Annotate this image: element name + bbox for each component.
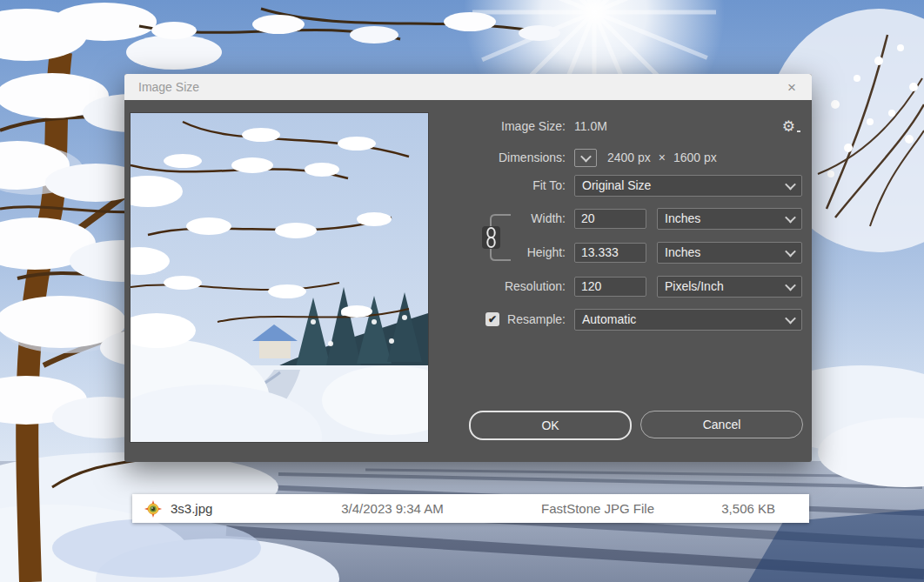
resample-dropdown[interactable]: Automatic — [574, 309, 802, 331]
screen: Image Size × — [0, 0, 924, 582]
gear-icon: ⚙ — [782, 119, 795, 134]
preview-image — [131, 113, 428, 442]
resolution-unit-dropdown[interactable]: Pixels/Inch — [657, 276, 802, 298]
height-unit-value: Inches — [665, 245, 700, 259]
close-icon[interactable]: × — [782, 78, 801, 97]
dimensions-height: 1600 px — [673, 151, 717, 164]
faststone-file-icon — [144, 499, 163, 518]
dimensions-unit-dropdown[interactable] — [574, 149, 597, 167]
chevron-down-icon — [785, 178, 796, 190]
chevron-down-icon — [785, 245, 796, 257]
resample-label-group: ✔ Resample: — [472, 312, 566, 326]
image-size-label: Image Size: — [472, 119, 566, 133]
file-date: 3/4/2023 9:34 AM — [341, 494, 444, 523]
width-row: Width: Inches — [472, 208, 802, 229]
width-input[interactable] — [574, 209, 646, 229]
dimensions-width: 2400 px — [607, 151, 651, 164]
resolution-row: Resolution: Pixels/Inch — [472, 276, 802, 297]
dialog-titlebar[interactable]: Image Size × — [124, 74, 812, 100]
gear-menu-dot — [797, 130, 800, 132]
file-name: 3s3.jpg — [171, 494, 212, 523]
width-unit-dropdown[interactable]: Inches — [657, 208, 802, 230]
chevron-down-icon — [580, 151, 592, 162]
resolution-input[interactable] — [574, 277, 646, 297]
height-unit-dropdown[interactable]: Inches — [657, 242, 802, 264]
gear-menu-button[interactable]: ⚙ — [782, 119, 800, 134]
width-unit-value: Inches — [665, 211, 700, 225]
resolution-label: Resolution: — [472, 279, 566, 293]
height-row: Height: Inches — [472, 242, 802, 263]
multiply-sign: × — [659, 151, 666, 164]
resample-row: ✔ Resample: Automatic — [472, 309, 802, 330]
checkmark-icon: ✔ — [488, 314, 497, 324]
cancel-button[interactable]: Cancel — [640, 411, 803, 438]
resample-label: Resample: — [507, 312, 566, 326]
link-bracket — [479, 211, 512, 264]
file-size: 3,506 KB — [721, 494, 775, 523]
fit-to-value: Original Size — [582, 178, 651, 192]
file-list-row[interactable]: 3s3.jpg 3/4/2023 9:34 AM FastStone JPG F… — [132, 494, 809, 523]
fit-to-label: Fit To: — [472, 178, 566, 192]
resample-checkbox[interactable]: ✔ — [485, 312, 499, 326]
image-size-dialog: Image Size × — [124, 74, 812, 462]
chevron-down-icon — [785, 279, 796, 291]
image-size-value: 11.0M — [574, 119, 607, 133]
preview-scene — [131, 113, 428, 442]
image-size-row: Image Size: 11.0M ⚙ — [472, 116, 800, 137]
constrain-proportions-toggle[interactable] — [479, 211, 512, 264]
chevron-down-icon — [785, 211, 796, 223]
dimensions-row: Dimensions: 2400 px × 1600 px — [472, 147, 800, 168]
height-input[interactable] — [574, 243, 646, 263]
fit-to-dropdown[interactable]: Original Size — [574, 175, 802, 197]
dimensions-value: 2400 px × 1600 px — [607, 151, 717, 164]
fit-to-row: Fit To: Original Size — [472, 175, 802, 196]
resample-value: Automatic — [582, 312, 636, 326]
dialog-title: Image Size — [124, 80, 199, 94]
file-type: FastStone JPG File — [541, 494, 654, 523]
chevron-down-icon — [785, 312, 796, 324]
ok-button[interactable]: OK — [469, 411, 632, 440]
dimensions-label: Dimensions: — [472, 151, 566, 164]
resolution-unit-value: Pixels/Inch — [665, 279, 724, 293]
